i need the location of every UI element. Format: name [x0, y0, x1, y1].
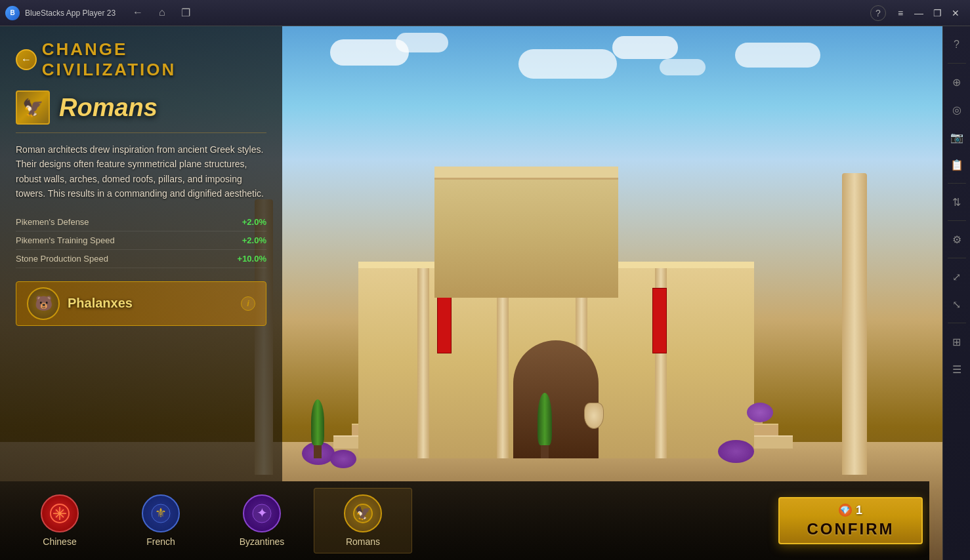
stat-label-3: Stone Production Speed — [16, 254, 108, 264]
romans-icon: 🦅 — [344, 494, 382, 532]
stat-row-2: Pikemen's Training Speed +2.0% — [16, 231, 266, 250]
game-area: ← CHANGE CIVILIZATION 🦅 Romans Roman arc… — [0, 26, 942, 560]
sidebar-separator-4 — [948, 258, 966, 258]
stat-row-1: Pikemen's Defense +2.0% — [16, 213, 266, 231]
titlebar: B BlueStacks App Player 23 ← ⌂ ❐ ? ≡ — ❐… — [0, 0, 970, 26]
close-button[interactable]: ✕ — [946, 5, 965, 21]
sidebar-icon-settings[interactable]: ⚙ — [945, 228, 969, 251]
civ-emblem: 🦅 — [16, 90, 50, 125]
civ-emblem-icon: 🦅 — [22, 98, 43, 118]
svg-text:⚜: ⚜ — [155, 506, 167, 520]
civ-selector: Chinese ⚜ French ✦ — [0, 481, 929, 560]
sidebar-icon-clipboard[interactable]: 📋 — [945, 153, 969, 176]
romans-label: Romans — [346, 536, 380, 547]
stat-value-1: +2.0% — [242, 217, 266, 227]
civ-option-french[interactable]: ⚜ French — [112, 488, 210, 553]
banner-right — [652, 288, 667, 353]
sidebar-icon-circle[interactable]: ◎ — [945, 98, 969, 121]
civ-description: Roman architects drew inspiration from a… — [16, 142, 266, 201]
arch — [513, 340, 599, 458]
french-label: French — [146, 536, 175, 547]
app-title: BlueStacks App Player 23 — [25, 9, 116, 18]
right-sidebar: ? ⊕ ◎ 📷 📋 ⇅ ⚙ ⤢ ⤡ ⊞ ☰ — [942, 26, 970, 560]
sidebar-icon-more1[interactable]: ⊞ — [945, 330, 969, 353]
unit-icon: 🐻 — [27, 287, 60, 320]
confirm-count-num: 1 — [856, 504, 862, 517]
stat-value-3: +10.0% — [238, 254, 266, 264]
french-icon: ⚜ — [142, 494, 180, 532]
stat-label-1: Pikemen's Defense — [16, 217, 89, 227]
sidebar-icon-expand[interactable]: ⤢ — [945, 265, 969, 289]
confirm-area: 💎 1 CONFIRM — [772, 488, 929, 553]
cypress-2 — [538, 393, 552, 458]
banner-left — [437, 288, 452, 353]
sidebar-separator-2 — [948, 183, 966, 184]
byzantines-icon: ✦ — [243, 494, 281, 532]
back-button[interactable]: ← — [16, 49, 37, 70]
sidebar-icon-help[interactable]: ? — [945, 33, 969, 56]
sidebar-separator-3 — [948, 220, 966, 221]
sidebar-icon-swap[interactable]: ⇅ — [945, 190, 969, 214]
info-panel: ← CHANGE CIVILIZATION 🦅 Romans Roman arc… — [0, 26, 282, 481]
back-button-row: ← CHANGE CIVILIZATION — [16, 39, 266, 80]
bush-3 — [718, 440, 754, 463]
svg-text:✦: ✦ — [257, 506, 268, 520]
duplicate-nav-button[interactable]: ❐ — [177, 4, 194, 22]
svg-text:🦅: 🦅 — [355, 505, 371, 521]
confirm-label: CONFIRM — [807, 520, 895, 538]
confirm-button[interactable]: 💎 1 CONFIRM — [778, 497, 923, 544]
sidebar-icon-shrink[interactable]: ⤡ — [945, 292, 969, 316]
titlebar-nav: ← ⌂ ❐ — [129, 4, 194, 22]
help-button[interactable]: ? — [870, 5, 886, 21]
special-unit-button[interactable]: 🐻 Phalanxes i — [16, 281, 266, 326]
civ-option-chinese[interactable]: Chinese — [11, 488, 109, 553]
sidebar-icon-add[interactable]: ⊕ — [945, 70, 969, 94]
chinese-icon — [41, 494, 79, 532]
back-nav-button[interactable]: ← — [129, 4, 147, 22]
civ-option-romans[interactable]: 🦅 Romans — [314, 488, 412, 553]
sidebar-icon-more2[interactable]: ☰ — [945, 357, 969, 381]
page-title: CHANGE CIVILIZATION — [42, 39, 266, 80]
main-container: ← CHANGE CIVILIZATION 🦅 Romans Roman arc… — [0, 26, 970, 560]
home-nav-button[interactable]: ⌂ — [155, 4, 169, 22]
column-far-right — [842, 173, 867, 475]
unit-name: Phalanxes — [68, 296, 233, 311]
bluestacks-logo: B — [5, 6, 20, 20]
byzantines-label: Byzantines — [240, 536, 284, 547]
gem-icon: 💎 — [839, 504, 852, 517]
sidebar-icon-camera[interactable]: 📷 — [945, 125, 969, 149]
sidebar-separator-1 — [948, 63, 966, 64]
sidebar-separator-5 — [948, 323, 966, 323]
bush-2 — [330, 450, 356, 468]
stats-list: Pikemen's Defense +2.0% Pikemen's Traini… — [16, 213, 266, 268]
civ-option-byzantines[interactable]: ✦ Byzantines — [213, 488, 311, 553]
cypress-1 — [311, 399, 324, 458]
unit-info-icon[interactable]: i — [241, 296, 255, 311]
stat-value-2: +2.0% — [242, 235, 266, 245]
stat-label-2: Pikemen's Training Speed — [16, 235, 115, 245]
civ-name: Romans — [59, 94, 158, 122]
chinese-label: Chinese — [43, 536, 76, 547]
minimize-button[interactable]: — — [910, 5, 928, 21]
confirm-cost: 💎 1 — [839, 504, 862, 517]
civ-header: 🦅 Romans — [16, 90, 266, 133]
stat-row-3: Stone Production Speed +10.0% — [16, 250, 266, 268]
upper-building — [434, 167, 618, 298]
menu-button[interactable]: ≡ — [891, 5, 910, 21]
bush-4 — [747, 403, 773, 422]
restore-button[interactable]: ❐ — [928, 5, 946, 21]
